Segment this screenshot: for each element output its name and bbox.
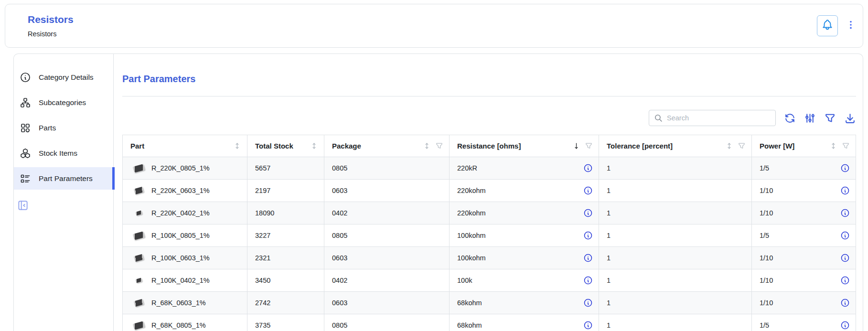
filter-button[interactable] [824,112,836,124]
info-icon[interactable] [583,253,593,263]
sidebar-item-stock-items[interactable]: Stock Items [14,142,113,164]
sidebar-item-parts[interactable]: Parts [14,117,113,139]
power-cell: 1/10 [751,202,856,224]
refresh-button[interactable] [784,112,796,124]
table-row[interactable]: R_220K_0402_1% 18090 0402 220kohm 1 1/10 [123,202,856,224]
part-cell[interactable]: R_100K_0402_1% [123,269,247,291]
column-header-power-w[interactable]: Power [W] [751,135,856,157]
sidebar-item-category-details[interactable]: Category Details [14,66,113,88]
top-header-card: Resistors Resistors [5,4,863,48]
info-icon[interactable] [583,320,593,330]
package-cell: 0402 [324,269,449,291]
part-name[interactable]: R_100K_0603_1% [151,254,210,262]
total-stock-cell: 5657 [247,157,324,179]
column-filter-icon[interactable] [842,142,850,150]
power-cell: 1/10 [751,269,856,291]
more-menu-button[interactable] [846,20,856,32]
column-header-total-stock[interactable]: Total Stock [247,135,324,157]
total-stock-cell: 3735 [247,314,324,331]
info-icon[interactable] [583,163,593,173]
part-cell[interactable]: R_100K_0805_1% [123,224,247,246]
column-header-part[interactable]: Part [123,135,247,157]
dots-vertical-icon [846,20,856,32]
download-button[interactable] [844,112,856,124]
part-name[interactable]: R_220K_0402_1% [151,209,210,217]
sidebar-item-label: Parts [39,124,56,132]
part-cell[interactable]: R_68K_0805_1% [123,314,247,331]
sidebar-item-subcategories[interactable]: Subcategories [14,91,113,114]
tolerance-cell: 1 [599,314,751,331]
breadcrumb[interactable]: Resistors [28,30,74,38]
part-cell[interactable]: R_220K_0805_1% [123,157,247,179]
package-cell: 0805 [324,224,449,246]
list-details-icon [20,173,31,184]
sidebar-item-label: Stock Items [39,149,77,158]
table-row[interactable]: R_100K_0402_1% 3450 0402 100k 1 1/10 [123,269,856,292]
refresh-icon [784,112,796,124]
info-icon[interactable] [840,163,850,173]
sidebar-item-label: Part Parameters [39,174,93,183]
download-icon [844,112,856,124]
part-cell[interactable]: R_68K_0603_1% [123,292,247,314]
info-icon[interactable] [583,186,593,195]
sort-updown-icon[interactable] [233,142,241,150]
table-row[interactable]: R_68K_0805_1% 3735 0805 68kohm 1 1/5 [123,314,856,331]
column-header-tolerance-percent[interactable]: Tolerance [percent] [599,135,751,157]
package-cell: 0805 [324,314,449,331]
info-icon[interactable] [840,231,850,240]
part-name[interactable]: R_220K_0805_1% [151,164,210,172]
total-stock-cell: 3227 [247,224,324,246]
sort-updown-icon[interactable] [423,142,431,150]
info-icon[interactable] [840,186,850,195]
part-cell[interactable]: R_220K_0603_1% [123,180,247,202]
tolerance-cell: 1 [599,180,751,202]
info-icon[interactable] [840,253,850,263]
notifications-button[interactable] [817,15,838,36]
table-row[interactable]: R_68K_0603_1% 2742 0603 68kohm 1 1/10 [123,292,856,314]
part-name[interactable]: R_220K_0603_1% [151,187,210,194]
table-header: PartTotal StockPackageResistance [ohms]T… [123,135,856,157]
part-name[interactable]: R_100K_0402_1% [151,277,210,284]
info-icon[interactable] [840,276,850,285]
sort-updown-icon[interactable] [725,142,733,150]
part-name[interactable]: R_68K_0603_1% [151,299,206,307]
package-cell: 0603 [324,180,449,202]
info-icon[interactable] [840,298,850,308]
info-icon[interactable] [583,231,593,240]
part-thumbnail [130,211,147,215]
total-stock-cell: 3450 [247,269,324,291]
sort-updown-icon[interactable] [310,142,318,150]
column-filter-icon[interactable] [585,142,593,150]
collapse-sidebar-button[interactable] [17,199,29,214]
sort-updown-icon[interactable] [829,142,837,150]
column-filter-icon[interactable] [435,142,443,150]
column-header-resistance-ohms[interactable]: Resistance [ohms] [449,135,599,157]
search-input[interactable] [667,114,771,122]
part-thumbnail [130,233,147,239]
info-icon[interactable] [583,298,593,308]
table-row[interactable]: R_100K_0805_1% 3227 0805 100kohm 1 1/5 [123,224,856,247]
column-filter-icon[interactable] [738,142,746,150]
part-name[interactable]: R_68K_0805_1% [151,321,206,329]
table-row[interactable]: R_220K_0603_1% 2197 0603 220kohm 1 1/10 [123,180,856,202]
sidebar-item-part-parameters[interactable]: Part Parameters [14,167,113,190]
table-toolbar [122,110,856,126]
power-cell: 1/5 [751,314,856,331]
info-icon[interactable] [840,320,850,330]
table-row[interactable]: R_100K_0603_1% 2321 0603 100kohm 1 1/10 [123,247,856,269]
adjustments-icon [804,112,816,124]
part-thumbnail [130,278,147,282]
search-icon [654,114,663,123]
info-icon[interactable] [583,208,593,218]
part-name[interactable]: R_100K_0805_1% [151,232,210,239]
info-icon[interactable] [840,208,850,218]
info-icon[interactable] [583,276,593,285]
adjustments-button[interactable] [804,112,816,124]
column-label: Package [332,142,361,150]
table-row[interactable]: R_220K_0805_1% 5657 0805 220kR 1 1/5 [123,157,856,180]
part-cell[interactable]: R_220K_0402_1% [123,202,247,224]
part-cell[interactable]: R_100K_0603_1% [123,247,247,269]
column-header-package[interactable]: Package [324,135,449,157]
sort-desc-icon[interactable] [572,142,580,150]
package-cell: 0805 [324,157,449,179]
